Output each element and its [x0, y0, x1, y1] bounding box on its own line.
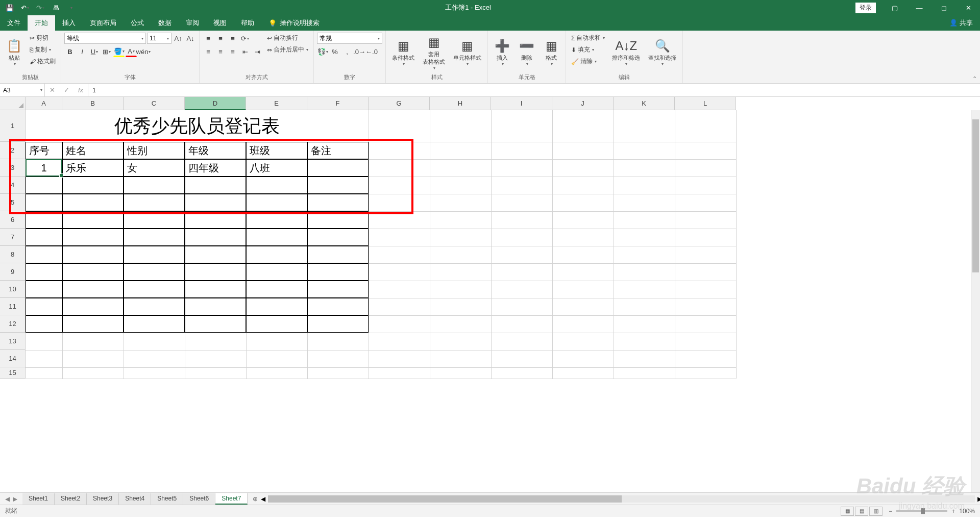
cell[interactable] [26, 211, 62, 229]
enter-formula-icon[interactable]: ✓ [59, 86, 74, 94]
cell[interactable]: 四年级 [185, 159, 246, 177]
align-left-icon[interactable]: ≡ [203, 46, 214, 57]
border-icon[interactable]: ⊞▾ [101, 46, 112, 57]
select-all-button[interactable] [0, 97, 26, 110]
cell[interactable] [185, 177, 246, 194]
tab-view[interactable]: 视图 [206, 15, 234, 31]
zoom-slider[interactable] [896, 510, 947, 512]
cell[interactable] [62, 211, 124, 229]
sort-filter-button[interactable]: A↓Z排序和筛选▾ [609, 33, 643, 72]
row-header-10[interactable]: 10 [0, 281, 26, 298]
sheet-tab-Sheet1[interactable]: Sheet1 [22, 493, 55, 505]
login-button[interactable]: 登录 [855, 3, 876, 13]
underline-icon[interactable]: U▾ [89, 46, 100, 57]
worksheet-grid[interactable]: ABCDEFGHIJKL 123456789101112131415 优秀少先队… [0, 97, 980, 492]
cell[interactable] [26, 298, 62, 315]
row-header-4[interactable]: 4 [0, 177, 26, 194]
row-header-5[interactable]: 5 [0, 194, 26, 211]
row-header-8[interactable]: 8 [0, 246, 26, 263]
conditional-format-button[interactable]: ▦条件格式▾ [389, 33, 418, 72]
maximize-icon[interactable]: ◻ [932, 0, 955, 15]
font-name-combo[interactable]: 等线▾ [64, 33, 146, 44]
cell[interactable]: 性别 [124, 142, 185, 159]
col-header-F[interactable]: F [307, 97, 369, 110]
cell[interactable]: 年级 [185, 142, 246, 159]
col-header-E[interactable]: E [246, 97, 307, 110]
number-format-combo[interactable]: 常规▾ [317, 33, 382, 44]
tab-home[interactable]: 开始 [28, 15, 55, 31]
align-center-icon[interactable]: ≡ [215, 46, 226, 57]
normal-view-icon[interactable]: ▦ [841, 507, 854, 516]
decrease-decimal-icon[interactable]: ←.0 [366, 46, 377, 57]
row-header-14[interactable]: 14 [0, 350, 26, 367]
phonetic-icon[interactable]: wén▾ [138, 46, 149, 57]
cell[interactable] [124, 211, 185, 229]
cell[interactable] [62, 281, 124, 298]
cell[interactable] [26, 281, 62, 298]
cell[interactable] [62, 298, 124, 315]
cell[interactable] [246, 229, 307, 246]
row-header-2[interactable]: 2 [0, 142, 26, 159]
cell[interactable] [246, 194, 307, 211]
col-header-G[interactable]: G [369, 97, 430, 110]
sheet-nav-prev-icon[interactable]: ◀ [5, 495, 10, 503]
tell-me-search[interactable]: 💡 操作说明搜索 [261, 15, 327, 31]
font-size-combo[interactable]: 11▾ [147, 33, 172, 44]
sheet-tab-Sheet5[interactable]: Sheet5 [151, 493, 183, 505]
vertical-scrollbar[interactable] [971, 110, 980, 492]
cell[interactable] [62, 194, 124, 211]
cell[interactable]: 乐乐 [62, 159, 124, 177]
cell[interactable] [26, 315, 62, 333]
col-header-B[interactable]: B [62, 97, 124, 110]
cell[interactable] [307, 159, 369, 177]
cell[interactable] [185, 246, 246, 263]
cell[interactable] [185, 194, 246, 211]
quickprint-icon[interactable]: 🖶 [50, 2, 61, 13]
tab-data[interactable]: 数据 [151, 15, 179, 31]
delete-cells-button[interactable]: ➖删除▾ [516, 33, 538, 72]
insert-cells-button[interactable]: ➕插入▾ [491, 33, 513, 72]
col-header-I[interactable]: I [491, 97, 552, 110]
cell[interactable]: 姓名 [62, 142, 124, 159]
sheet-tab-Sheet2[interactable]: Sheet2 [55, 493, 87, 505]
sheet-tab-Sheet4[interactable]: Sheet4 [119, 493, 151, 505]
col-header-K[interactable]: K [614, 97, 675, 110]
ribbon-display-icon[interactable]: ▢ [883, 0, 906, 15]
row-header-3[interactable]: 3 [0, 159, 26, 177]
cell[interactable] [124, 298, 185, 315]
cell-styles-button[interactable]: ▦单元格样式▾ [450, 33, 484, 72]
close-icon[interactable]: ✕ [957, 0, 980, 15]
cell[interactable] [62, 246, 124, 263]
sheet-tab-Sheet6[interactable]: Sheet6 [183, 493, 215, 505]
cell[interactable] [124, 246, 185, 263]
cell[interactable] [307, 246, 369, 263]
fill-button[interactable]: ⬇填充▾ [569, 44, 607, 55]
zoom-level[interactable]: 100% [959, 508, 975, 515]
row-header-11[interactable]: 11 [0, 298, 26, 315]
cell[interactable] [307, 211, 369, 229]
cell[interactable]: 优秀少先队员登记表 [26, 110, 369, 142]
clear-button[interactable]: 🧹清除▾ [569, 56, 607, 67]
cell[interactable] [246, 263, 307, 281]
row-header-15[interactable]: 15 [0, 367, 26, 379]
collapse-ribbon-icon[interactable]: ⌃ [972, 76, 977, 82]
increase-decimal-icon[interactable]: .0→ [354, 46, 365, 57]
cell[interactable] [26, 194, 62, 211]
cell[interactable] [307, 229, 369, 246]
align-bottom-icon[interactable]: ≡ [227, 33, 238, 44]
horizontal-scrollbar[interactable]: ◀ ▶ [268, 495, 975, 503]
autosum-button[interactable]: Σ自动求和▾ [569, 33, 607, 43]
tab-formulas[interactable]: 公式 [124, 15, 151, 31]
orientation-icon[interactable]: ⟳▾ [239, 33, 251, 44]
cell[interactable] [124, 229, 185, 246]
page-layout-view-icon[interactable]: ▤ [855, 507, 868, 516]
tab-pagelayout[interactable]: 页面布局 [83, 15, 124, 31]
cell[interactable] [124, 194, 185, 211]
fx-icon[interactable]: fx [74, 86, 88, 94]
row-header-7[interactable]: 7 [0, 229, 26, 246]
accounting-icon[interactable]: 💱▾ [317, 46, 328, 57]
col-header-A[interactable]: A [26, 97, 62, 110]
cell[interactable] [307, 194, 369, 211]
zoom-in-icon[interactable]: + [951, 508, 955, 515]
cell[interactable] [124, 263, 185, 281]
